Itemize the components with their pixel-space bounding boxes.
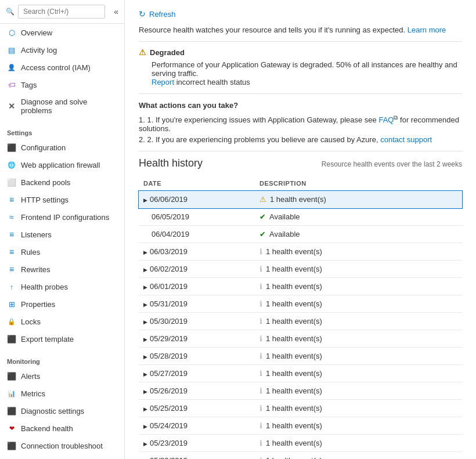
sidebar-item-alerts[interactable]: ⬛ Alerts xyxy=(0,367,124,385)
row-expand-icon[interactable]: ▶ xyxy=(143,406,147,412)
sidebar-item-activity-log[interactable]: ▤ Activity log xyxy=(0,41,124,59)
sidebar-item-http-settings[interactable]: ≡ HTTP settings xyxy=(0,191,124,208)
desc-cell: ℹ1 health event(s) xyxy=(255,382,462,400)
sidebar-item-rewrites[interactable]: ≡ Rewrites xyxy=(0,261,124,278)
table-row[interactable]: ▶05/28/2019 ℹ1 health event(s) xyxy=(139,348,462,365)
info-icon: ℹ xyxy=(259,352,262,360)
table-row[interactable]: ▶06/01/2019 ℹ1 health event(s) xyxy=(139,278,462,295)
table-row[interactable]: ▶05/24/2019 ℹ1 health event(s) xyxy=(139,417,462,435)
table-row[interactable]: ▶05/30/2019 ℹ1 health event(s) xyxy=(139,313,462,330)
listeners-icon: ≡ xyxy=(7,230,16,239)
sidebar: 🔍 « ⬡ Overview ▤ Activity log 👤 Access c… xyxy=(0,0,125,459)
desc-cell: ℹ1 health event(s) xyxy=(255,261,462,278)
http-settings-icon: ≡ xyxy=(7,195,16,204)
desc-cell: ℹ1 health event(s) xyxy=(255,295,462,313)
sidebar-item-health-probes[interactable]: ↑ Health probes xyxy=(0,278,124,295)
sidebar-item-rules[interactable]: ≡ Rules xyxy=(0,243,124,261)
date-cell: 06/04/2019 xyxy=(139,226,255,243)
contact-support-link[interactable]: contact support xyxy=(380,135,432,144)
date-cell: ▶05/26/2019 xyxy=(139,382,255,400)
table-row[interactable]: ▶05/31/2019 ℹ1 health event(s) xyxy=(139,295,462,313)
sidebar-item-label: Backend pools xyxy=(21,178,70,187)
info-icon: ℹ xyxy=(259,386,262,395)
sidebar-item-diagnose[interactable]: ✕ Diagnose and solve problems xyxy=(0,93,124,119)
date-cell: 06/05/2019 xyxy=(139,208,255,226)
sidebar-item-waf[interactable]: 🌐 Web application firewall xyxy=(0,156,124,174)
sidebar-item-locks[interactable]: 🔒 Locks xyxy=(0,313,124,330)
info-icon: ℹ xyxy=(259,247,262,256)
sidebar-item-properties[interactable]: ⊞ Properties xyxy=(0,295,124,313)
status-header: ⚠ Degraded xyxy=(139,48,462,57)
refresh-button[interactable]: ↻ Refresh xyxy=(139,9,176,19)
report-link[interactable]: Report xyxy=(152,78,174,86)
faq-link[interactable]: FAQ xyxy=(378,115,394,124)
row-expand-icon[interactable]: ▶ xyxy=(143,302,147,308)
sidebar-item-overview[interactable]: ⬡ Overview xyxy=(0,24,124,41)
sidebar-item-diagnostic-settings[interactable]: ⬛ Diagnostic settings xyxy=(0,402,124,420)
date-cell: ▶05/24/2019 xyxy=(139,417,255,435)
table-row[interactable]: ▶05/26/2019 ℹ1 health event(s) xyxy=(139,382,462,400)
description-text: Resource health watches your resource an… xyxy=(139,26,462,34)
table-row[interactable]: ▶05/27/2019 ℹ1 health event(s) xyxy=(139,365,462,382)
sidebar-item-configuration[interactable]: ⬛ Configuration xyxy=(0,139,124,156)
status-label: Degraded xyxy=(150,48,185,57)
sidebar-item-tags[interactable]: 🏷 Tags xyxy=(0,76,124,93)
sidebar-item-metrics[interactable]: 📊 Metrics xyxy=(0,385,124,402)
sidebar-item-frontend-ip[interactable]: ≈ Frontend IP configurations xyxy=(0,208,124,226)
warn-icon: ⚠ xyxy=(259,195,266,204)
backend-health-icon: ❤ xyxy=(7,424,16,433)
row-expand-icon[interactable]: ▶ xyxy=(143,371,147,377)
row-expand-icon[interactable]: ▶ xyxy=(143,337,147,342)
desc-cell: ℹ1 health event(s) xyxy=(255,330,462,348)
sidebar-item-backend-pools[interactable]: ⬜ Backend pools xyxy=(0,174,124,191)
refresh-label: Refresh xyxy=(149,10,176,19)
action-prefix-2: 2. If you are experiencing problems you … xyxy=(147,135,380,144)
table-row[interactable]: 06/04/2019 ✔Available xyxy=(139,226,462,243)
table-row[interactable]: ▶05/23/2019 ℹ1 health event(s) xyxy=(139,435,462,452)
search-input[interactable] xyxy=(18,5,105,19)
row-expand-icon[interactable]: ▶ xyxy=(143,441,147,447)
actions-list: 1. If you're experiencing issues with Ap… xyxy=(139,114,462,144)
table-row[interactable]: ▶05/22/2019 ℹ1 health event(s) xyxy=(139,452,462,459)
row-expand-icon[interactable]: ▶ xyxy=(143,424,147,429)
main-content: ↻ Refresh Resource health watches your r… xyxy=(125,0,476,459)
list-item: 1. If you're experiencing issues with Ap… xyxy=(139,114,462,133)
section-monitoring-label: Monitoring xyxy=(0,352,124,367)
date-cell: ▶06/01/2019 xyxy=(139,278,255,295)
sidebar-item-backend-health[interactable]: ❤ Backend health xyxy=(0,420,124,437)
tags-icon: 🏷 xyxy=(7,80,16,89)
row-expand-icon[interactable]: ▶ xyxy=(143,267,147,273)
table-row[interactable]: 06/05/2019 ✔Available xyxy=(139,208,462,226)
row-expand-icon[interactable]: ▶ xyxy=(143,389,147,395)
divider-top xyxy=(139,41,462,42)
row-expand-icon[interactable]: ▶ xyxy=(143,319,147,325)
desc-cell: ⚠1 health event(s) xyxy=(255,191,462,208)
table-row[interactable]: ▶06/03/2019 ℹ1 health event(s) xyxy=(139,243,462,261)
table-row[interactable]: ▶06/02/2019 ℹ1 health event(s) xyxy=(139,261,462,278)
table-row[interactable]: ▶05/29/2019 ℹ1 health event(s) xyxy=(139,330,462,348)
sidebar-item-label: Access control (IAM) xyxy=(21,63,91,72)
actions-title: What actions can you take? xyxy=(139,101,462,110)
sidebar-item-listeners[interactable]: ≡ Listeners xyxy=(0,226,124,243)
refresh-icon: ↻ xyxy=(139,9,146,19)
row-expand-icon[interactable]: ▶ xyxy=(143,197,147,203)
info-icon: ℹ xyxy=(259,282,262,291)
waf-icon: 🌐 xyxy=(7,160,16,169)
sidebar-item-access-control[interactable]: 👤 Access control (IAM) xyxy=(0,59,124,76)
actions-section: What actions can you take? 1. If you're … xyxy=(139,101,462,144)
sidebar-item-connection-troubleshoot[interactable]: ⬛ Connection troubleshoot xyxy=(0,437,124,454)
sidebar-item-label: Health probes xyxy=(21,283,68,291)
main-inner: ↻ Refresh Resource health watches your r… xyxy=(125,0,476,459)
row-expand-icon[interactable]: ▶ xyxy=(143,354,147,360)
learn-more-link[interactable]: Learn more xyxy=(408,26,446,34)
info-icon: ℹ xyxy=(259,439,262,447)
table-row[interactable]: ▶05/25/2019 ℹ1 health event(s) xyxy=(139,400,462,417)
date-cell: ▶05/28/2019 xyxy=(139,348,255,365)
ok-icon: ✔ xyxy=(259,212,266,221)
collapse-button[interactable]: « xyxy=(114,7,118,16)
row-expand-icon[interactable]: ▶ xyxy=(143,284,147,290)
table-row[interactable]: ▶06/06/2019 ⚠1 health event(s) xyxy=(139,191,462,208)
sidebar-item-export-template[interactable]: ⬛ Export template xyxy=(0,330,124,348)
health-probes-icon: ↑ xyxy=(7,282,16,291)
row-expand-icon[interactable]: ▶ xyxy=(143,250,147,255)
